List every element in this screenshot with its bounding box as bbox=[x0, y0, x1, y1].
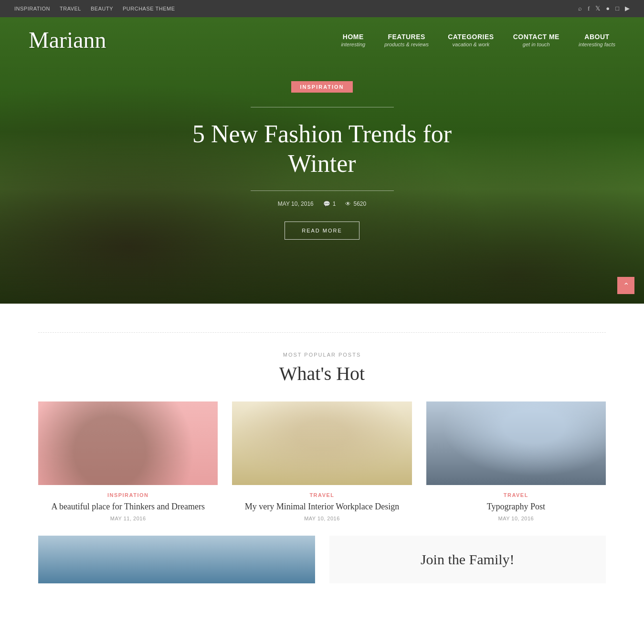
section-eyebrow: MOST POPULAR POSTS bbox=[38, 352, 606, 358]
eye-icon: 👁 bbox=[345, 201, 351, 207]
post-image-2 bbox=[232, 401, 412, 485]
search-icon[interactable]: ⌕ bbox=[578, 5, 582, 12]
post-date-1: MAY 11, 2016 bbox=[38, 516, 218, 521]
twitter-icon[interactable]: 𝕏 bbox=[595, 5, 600, 12]
post-card-2[interactable]: TRAVEL My very Minimal Interior Workplac… bbox=[232, 401, 412, 521]
hero-content: INSPIRATION 5 New Fashion Trends for Win… bbox=[179, 81, 465, 240]
popular-section: MOST POPULAR POSTS What's Hot INSPIRATIO… bbox=[0, 304, 644, 602]
post-title-2: My very Minimal Interior Workplace Desig… bbox=[232, 502, 412, 512]
section-separator bbox=[38, 332, 606, 333]
nav-home[interactable]: HOME interesting bbox=[341, 33, 365, 47]
nav-about[interactable]: ABOUT interesting facts bbox=[579, 33, 615, 47]
top-bar-nav: INSPIRATION TRAVEL BEAUTY PURCHASE THEME bbox=[14, 6, 175, 11]
hero-category-badge[interactable]: INSPIRATION bbox=[291, 81, 352, 93]
join-title: Join the Family! bbox=[421, 551, 515, 568]
post-title-3: Typography Post bbox=[426, 502, 606, 512]
hero-views: 👁 5620 bbox=[345, 201, 366, 207]
topnav-travel[interactable]: TRAVEL bbox=[60, 6, 81, 11]
post-date-2: MAY 10, 2016 bbox=[232, 516, 412, 521]
topnav-inspiration[interactable]: INSPIRATION bbox=[14, 6, 50, 11]
post-image-3 bbox=[426, 401, 606, 485]
post-grid: INSPIRATION A beautiful place for Thinke… bbox=[38, 401, 606, 521]
nav-features[interactable]: FEATURES products & reviews bbox=[384, 33, 429, 47]
dribbble-icon[interactable]: ● bbox=[606, 5, 610, 12]
post-card-1[interactable]: INSPIRATION A beautiful place for Thinke… bbox=[38, 401, 218, 521]
hero-divider-bottom bbox=[251, 190, 394, 191]
post-date-3: MAY 10, 2016 bbox=[426, 516, 606, 521]
post-image-1 bbox=[38, 401, 218, 485]
main-nav: Mariann HOME interesting FEATURES produc… bbox=[0, 17, 644, 63]
comment-icon: 💬 bbox=[323, 201, 330, 207]
post-category-2: TRAVEL bbox=[232, 492, 412, 498]
hero-divider-top bbox=[251, 107, 394, 107]
scroll-top-button[interactable]: ⌃ bbox=[617, 277, 634, 294]
nav-contact[interactable]: CONTACT ME get in touch bbox=[513, 33, 560, 47]
topnav-purchase[interactable]: PURCHASE THEME bbox=[123, 6, 175, 11]
post-grid-bottom: Join the Family! bbox=[38, 536, 606, 583]
hero-date: MAY 10, 2016 bbox=[278, 201, 314, 207]
hero-section: Mariann HOME interesting FEATURES produc… bbox=[0, 17, 644, 304]
read-more-button[interactable]: READ MORE bbox=[285, 222, 359, 240]
top-bar-social: ⌕ f 𝕏 ● □ ▶ bbox=[578, 5, 630, 12]
hero-meta: MAY 10, 2016 💬 1 👁 5620 bbox=[179, 201, 465, 207]
hero-comments: 💬 1 bbox=[323, 201, 336, 207]
instagram-icon[interactable]: □ bbox=[615, 5, 619, 12]
topnav-beauty[interactable]: BEAUTY bbox=[91, 6, 113, 11]
facebook-icon[interactable]: f bbox=[588, 5, 590, 12]
post-card-3[interactable]: TRAVEL Typography Post MAY 10, 2016 bbox=[426, 401, 606, 521]
top-bar: INSPIRATION TRAVEL BEAUTY PURCHASE THEME… bbox=[0, 0, 644, 17]
site-logo[interactable]: Mariann bbox=[29, 27, 106, 53]
vimeo-icon[interactable]: ▶ bbox=[625, 5, 630, 12]
nav-links: HOME interesting FEATURES products & rev… bbox=[341, 33, 615, 47]
post-category-1: INSPIRATION bbox=[38, 492, 218, 498]
hero-title: 5 New Fashion Trends for Winter bbox=[179, 119, 465, 179]
post-title-1: A beautiful place for Thinkers and Dream… bbox=[38, 502, 218, 512]
post-category-3: TRAVEL bbox=[426, 492, 606, 498]
join-panel: Join the Family! bbox=[329, 536, 606, 583]
nav-categories[interactable]: CATEGORIES vacation & work bbox=[448, 33, 494, 47]
post-card-4[interactable] bbox=[38, 536, 315, 583]
section-title: What's Hot bbox=[38, 362, 606, 385]
post-image-4 bbox=[38, 536, 315, 583]
